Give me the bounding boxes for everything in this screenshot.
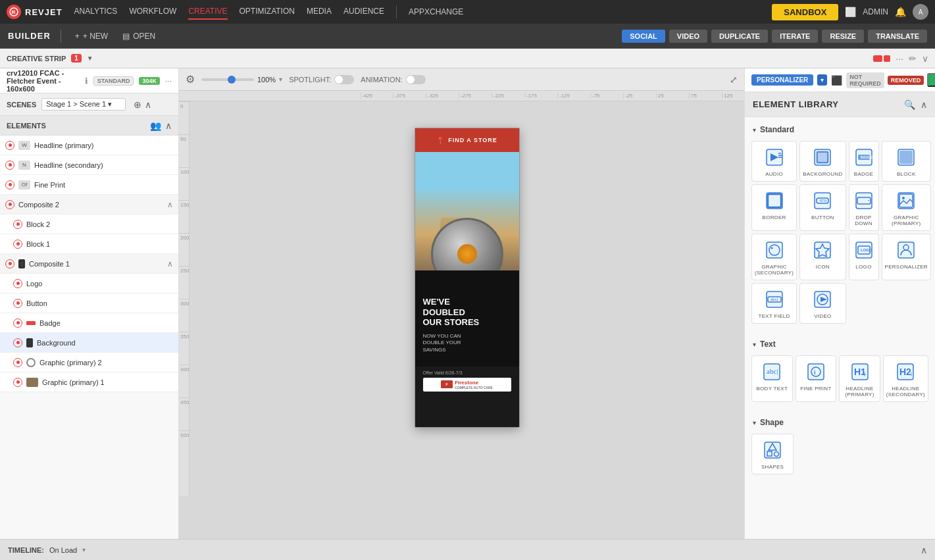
video-button[interactable]: VIDEO bbox=[669, 30, 707, 43]
list-item[interactable]: N Headline (secondary) bbox=[0, 155, 178, 175]
nav-media[interactable]: MEDIA bbox=[307, 4, 332, 20]
personalizer-button[interactable]: PERSONALIZER bbox=[751, 74, 813, 86]
save-button[interactable]: SAVE bbox=[927, 73, 935, 87]
scene-collapse-icon[interactable]: ∧ bbox=[145, 99, 151, 110]
group-collapse-icon[interactable]: ∧ bbox=[167, 259, 173, 268]
nav-appxchange[interactable]: APPXCHANGE bbox=[409, 7, 463, 16]
nav-workflow[interactable]: WORKFLOW bbox=[129, 4, 176, 20]
lib-item-icon[interactable]: ICON bbox=[799, 234, 846, 280]
visibility-icon[interactable] bbox=[13, 299, 22, 308]
list-item[interactable]: Composite 2 ∧ bbox=[0, 195, 178, 215]
open-button[interactable]: ▤ OPEN bbox=[118, 30, 159, 43]
list-item[interactable]: Badge bbox=[0, 313, 178, 333]
bell-icon[interactable]: 🔔 bbox=[895, 7, 906, 17]
visibility-icon[interactable] bbox=[13, 279, 22, 288]
nav-creative[interactable]: CREATIVE bbox=[188, 4, 227, 20]
library-search-icon[interactable]: 🔍 bbox=[904, 99, 915, 110]
ruler-mark: -325 bbox=[426, 93, 459, 99]
nav-optimization[interactable]: OPTIMIZATION bbox=[240, 4, 295, 20]
lib-item-block[interactable]: BLOCK bbox=[882, 141, 931, 182]
visibility-icon[interactable] bbox=[5, 259, 14, 268]
lib-item-personalizer[interactable]: PERSONALIZER bbox=[882, 234, 931, 280]
ad-dots-icon[interactable]: ··· bbox=[165, 76, 172, 86]
personalizer-dropdown[interactable]: ▾ bbox=[817, 74, 827, 86]
scene-selector[interactable]: Stage 1 > Scene 1 ▾ bbox=[41, 98, 126, 111]
visibility-icon[interactable] bbox=[5, 200, 14, 209]
lib-item-badge[interactable]: BADGE BADGE bbox=[849, 141, 879, 182]
list-item[interactable]: Block 1 bbox=[0, 234, 178, 254]
list-item[interactable]: Block 2 bbox=[0, 215, 178, 234]
lib-item-dropdown[interactable]: DROP DOWN bbox=[849, 184, 879, 231]
elements-collapse-icon[interactable]: ∧ bbox=[165, 120, 172, 131]
settings-icon[interactable]: ⚙ bbox=[186, 73, 195, 86]
scene-add-icon[interactable]: ⊕ bbox=[134, 99, 141, 110]
strip-edit-icon[interactable]: ✏ bbox=[909, 53, 917, 64]
timeline-bar: TIMELINE: On Load ▾ ∧ bbox=[0, 539, 935, 560]
lib-item-text-field[interactable]: abc| TEXT FIELD bbox=[751, 283, 797, 324]
library-collapse-icon[interactable]: ∧ bbox=[921, 99, 927, 110]
plus-icon: + bbox=[75, 32, 80, 41]
strip-collapse-icon[interactable]: ∨ bbox=[922, 53, 928, 64]
list-item[interactable]: Graphic (primary) 1 bbox=[0, 372, 178, 392]
list-item[interactable]: Background bbox=[0, 333, 178, 353]
sandbox-button[interactable]: SANDBOX bbox=[772, 4, 838, 20]
visibility-icon[interactable] bbox=[13, 358, 22, 367]
animation-toggle[interactable] bbox=[406, 75, 426, 84]
library-section-header-text[interactable]: ▾ Text bbox=[745, 337, 935, 353]
list-item[interactable]: | Composite 1 ∧ bbox=[0, 254, 178, 274]
lib-item-logo[interactable]: LOGO LOGO bbox=[849, 234, 879, 280]
lib-label: BACKGROUND bbox=[803, 171, 842, 177]
spotlight-toggle[interactable] bbox=[334, 75, 354, 84]
lib-item-graphic-secondary[interactable]: GRAPHIC (SECONDARY) bbox=[751, 234, 797, 280]
duplicate-button[interactable]: DUPLICATE bbox=[711, 30, 768, 43]
lib-item-border[interactable]: BORDER bbox=[751, 184, 797, 231]
visibility-icon[interactable] bbox=[5, 141, 14, 150]
list-item[interactable]: Graphic (primary) 2 bbox=[0, 353, 178, 372]
lib-item-body-text[interactable]: abc| BODY TEXT bbox=[751, 355, 793, 402]
visibility-icon[interactable] bbox=[13, 240, 22, 249]
list-item[interactable]: Button bbox=[0, 293, 178, 313]
library-section-header-shape[interactable]: ▾ Shape bbox=[745, 415, 935, 431]
element-name: Block 2 bbox=[26, 220, 173, 228]
visibility-icon[interactable] bbox=[5, 180, 14, 190]
list-item[interactable]: Of Fine Print bbox=[0, 175, 178, 195]
lib-item-background[interactable]: BACKGROUND bbox=[799, 141, 846, 182]
nav-audience[interactable]: AUDIENCE bbox=[343, 4, 384, 20]
new-button[interactable]: + + NEW bbox=[71, 30, 112, 43]
nav-analytics[interactable]: ANALYTICS bbox=[74, 4, 118, 20]
ad-action-icon[interactable]: ⬛ bbox=[831, 75, 842, 86]
admin-avatar[interactable]: A bbox=[913, 4, 928, 20]
lib-item-graphic-primary[interactable]: GRAPHIC (PRIMARY) bbox=[882, 184, 931, 231]
lib-item-button[interactable]: BTN BUTTON bbox=[799, 184, 846, 231]
lib-item-headline-secondary[interactable]: H2| HEADLINE (SECONDARY) bbox=[883, 355, 928, 402]
library-section-header-standard[interactable]: ▾ Standard bbox=[745, 122, 935, 138]
visibility-icon[interactable] bbox=[13, 220, 22, 229]
zoom-slider[interactable] bbox=[201, 78, 254, 81]
list-item[interactable]: Logo bbox=[0, 274, 178, 293]
list-item[interactable]: W Headline (primary) bbox=[0, 136, 178, 155]
iterate-button[interactable]: ITERATE bbox=[772, 30, 818, 43]
strip-dropdown-icon[interactable]: ▼ bbox=[87, 55, 93, 62]
screen-icon[interactable]: ⬜ bbox=[845, 7, 856, 17]
lib-item-audio[interactable]: AUDIO bbox=[751, 141, 797, 182]
social-button[interactable]: SOCIAL bbox=[622, 30, 665, 43]
timeline-collapse-icon[interactable]: ∧ bbox=[921, 545, 927, 555]
visibility-icon[interactable] bbox=[13, 378, 22, 387]
lib-item-shapes[interactable]: SHAPES bbox=[751, 434, 794, 474]
zoom-dropdown-icon[interactable]: ▾ bbox=[279, 76, 282, 83]
visibility-icon[interactable] bbox=[5, 161, 14, 170]
lib-item-video[interactable]: VIDEO bbox=[799, 283, 846, 324]
timeline-dropdown-icon[interactable]: ▾ bbox=[82, 546, 86, 553]
canvas-expand-icon[interactable]: ⤢ bbox=[730, 74, 738, 85]
elements-group-icon[interactable]: 👥 bbox=[150, 120, 161, 131]
right-top-badges: NOT REQUIRED REMOVED SAVE ARCHIVE bbox=[846, 72, 935, 88]
visibility-icon[interactable] bbox=[13, 318, 22, 328]
strip-more-icon[interactable]: ··· bbox=[896, 53, 903, 64]
visibility-icon[interactable] bbox=[13, 338, 22, 347]
lib-item-headline-primary[interactable]: H1| HEADLINE (PRIMARY) bbox=[839, 355, 880, 402]
resize-button[interactable]: RESIZE bbox=[822, 30, 864, 43]
lib-item-fine-print[interactable]: i FINE PRINT bbox=[796, 355, 837, 402]
info-icon[interactable]: ℹ bbox=[85, 76, 88, 86]
translate-button[interactable]: TRANSLATE bbox=[868, 30, 927, 43]
group-collapse-icon[interactable]: ∧ bbox=[167, 200, 173, 209]
